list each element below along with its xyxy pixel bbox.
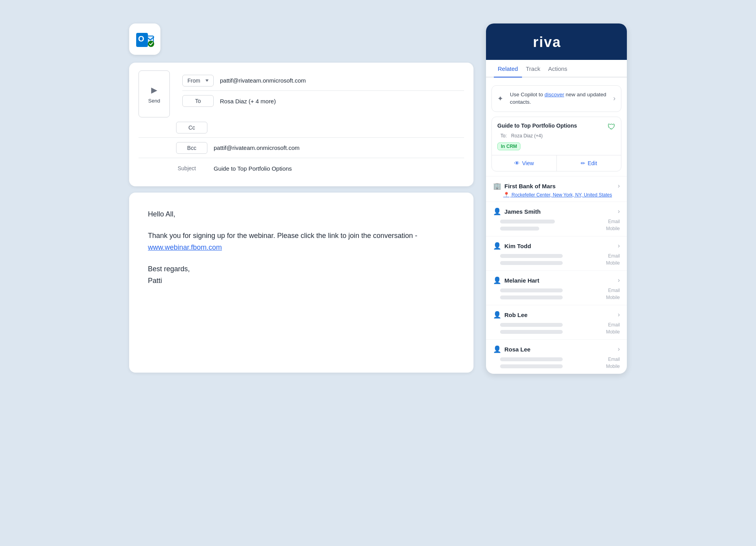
contact-header-rob-lee[interactable]: 👤 Rob Lee › [486,305,627,321]
contact-rob-lee: 👤 Rob Lee › Email Mobile [486,305,627,335]
svg-text:O: O [138,34,144,43]
signature: Patti [148,275,455,287]
chevron-icon-melanie-hart: › [618,277,620,284]
edit-icon: ✏ [581,160,585,166]
cc-label: Cc [176,122,207,133]
screen: O ► Send [0,0,756,546]
email-compose: ► Send From pattif@rivateam.onmicroso [129,63,473,186]
rob-lee-mobile-label: Mobile [606,329,620,335]
kim-todd-mobile-label: Mobile [606,260,620,266]
contact-james-smith: 👤 James Smith › Email Mobile [486,202,627,232]
closing: Best regards, [148,263,455,275]
email-card-actions: 👁 View ✏ Edit [492,155,621,171]
webinar-link[interactable]: www.webinar.fbom.com [148,243,222,251]
rob-lee-mobile-placeholder [500,330,563,334]
contact-header-kim-todd[interactable]: 👤 Kim Todd › [486,236,627,252]
tab-related[interactable]: Related [494,60,522,77]
email-card-header: Guide to Top Portfolio Options 🛡 [497,123,616,132]
rosa-lee-mobile-placeholder [500,364,563,368]
copilot-discover-link[interactable]: discover [545,92,564,97]
melanie-hart-mobile-placeholder [500,296,563,299]
contact-kim-todd: 👤 Kim Todd › Email Mobile [486,236,627,267]
riva-logo: riva [533,33,580,53]
copilot-text: Use Copilot to discover new and updated … [510,91,609,106]
copilot-icon: ✦ [497,94,506,103]
rosa-lee-email-placeholder [500,357,563,361]
james-smith-mobile-label: Mobile [606,226,620,231]
person-icon-melanie-hart: 👤 [493,276,501,285]
subject-row: Subject Guide to Top Portfolio Options [139,158,464,178]
person-icon-kim-todd: 👤 [493,242,501,250]
melanie-hart-email-label: Email [608,288,620,293]
svg-point-4 [148,41,154,47]
from-button[interactable]: From [182,75,214,86]
copilot-banner[interactable]: ✦ Use Copilot to discover new and update… [491,85,621,112]
melanie-hart-email-placeholder [500,288,563,292]
company-address[interactable]: 📍 Rockefeller Center, New York, NY, Unit… [486,192,627,202]
company-row[interactable]: 🏢 First Bank of Mars › [486,176,627,192]
to-row: To Rosa Diaz (+ 4 more) [182,91,464,111]
rosa-lee-mobile-row: Mobile [486,363,627,370]
kim-todd-email-row: Email [486,252,627,259]
tab-track[interactable]: Track [522,60,544,77]
from-row: From pattif@rivateam.onmicrosoft.com [182,70,464,91]
send-button[interactable]: ► Send [139,70,170,117]
edit-button[interactable]: ✏ Edit [557,155,621,171]
body-paragraph: Thank you for signing up for the webinar… [148,230,455,254]
kim-todd-mobile-row: Mobile [486,259,627,267]
melanie-hart-email-row: Email [486,287,627,294]
rob-lee-email-placeholder [500,323,563,327]
subject-label: Subject [176,165,207,171]
person-icon: 👤 [493,207,501,216]
building-icon: 🏢 [493,182,501,190]
james-smith-email-placeholder [500,220,555,223]
kim-todd-mobile-placeholder [500,261,563,265]
bcc-value: pattif@rivateam.onmicrosoft.com [214,141,464,154]
kim-todd-email-placeholder [500,254,563,258]
email-card-to: To: Roza Diaz (+4) [497,133,616,139]
contact-name-melanie-hart: Melanie Hart [504,277,539,284]
rosa-lee-mobile-label: Mobile [606,364,620,369]
cc-value[interactable] [214,124,464,131]
kim-todd-email-label: Email [608,253,620,259]
email-card-title: Guide to Top Portfolio Options [497,123,608,129]
subject-value[interactable]: Guide to Top Portfolio Options [214,162,464,175]
in-crm-badge: In CRM [497,142,520,150]
company-chevron-icon: › [618,182,620,189]
rob-lee-email-label: Email [608,322,620,328]
send-icon: ► [149,84,159,96]
person-icon-rosa-lee: 👤 [493,345,501,353]
melanie-hart-mobile-label: Mobile [606,295,620,300]
contact-header-james-smith[interactable]: 👤 James Smith › [486,202,627,218]
to-label: To [182,95,214,107]
cc-row: Cc [139,117,464,138]
tab-actions[interactable]: Actions [544,60,571,77]
rob-lee-email-row: Email [486,321,627,328]
svg-text:riva: riva [533,34,561,50]
to-value[interactable]: Rosa Diaz (+ 4 more) [220,95,464,108]
bcc-label: Bcc [176,142,207,154]
riva-content: ✦ Use Copilot to discover new and update… [486,77,627,374]
chevron-icon-rob-lee: › [618,311,620,318]
contact-name-kim-todd: Kim Todd [504,243,531,249]
contact-rosa-lee: 👤 Rosa Lee › Email Mobile [486,339,627,370]
view-button[interactable]: 👁 View [492,155,557,171]
james-smith-email-row: Email [486,218,627,225]
contact-name-rob-lee: Rob Lee [504,312,527,318]
shield-icon: 🛡 [608,123,616,132]
rosa-lee-email-row: Email [486,356,627,363]
melanie-hart-mobile-row: Mobile [486,294,627,301]
contact-header-rosa-lee[interactable]: 👤 Rosa Lee › [486,340,627,356]
rob-lee-mobile-row: Mobile [486,328,627,335]
james-smith-mobile-row: Mobile [486,225,627,232]
chevron-icon-rosa-lee: › [618,346,620,353]
email-body[interactable]: Hello All, Thank you for signing up for … [129,193,473,373]
from-value: pattif@rivateam.onmicrosoft.com [220,74,464,87]
contact-header-melanie-hart[interactable]: 👤 Melanie Hart › [486,271,627,287]
rosa-lee-email-label: Email [608,357,620,362]
company-left: 🏢 First Bank of Mars [493,182,556,190]
riva-header: riva [486,23,627,60]
james-smith-email-label: Email [608,219,620,224]
riva-panel: riva Related Track Actions ✦ Use Copilot… [486,23,627,374]
person-icon-rob-lee: 👤 [493,311,501,319]
